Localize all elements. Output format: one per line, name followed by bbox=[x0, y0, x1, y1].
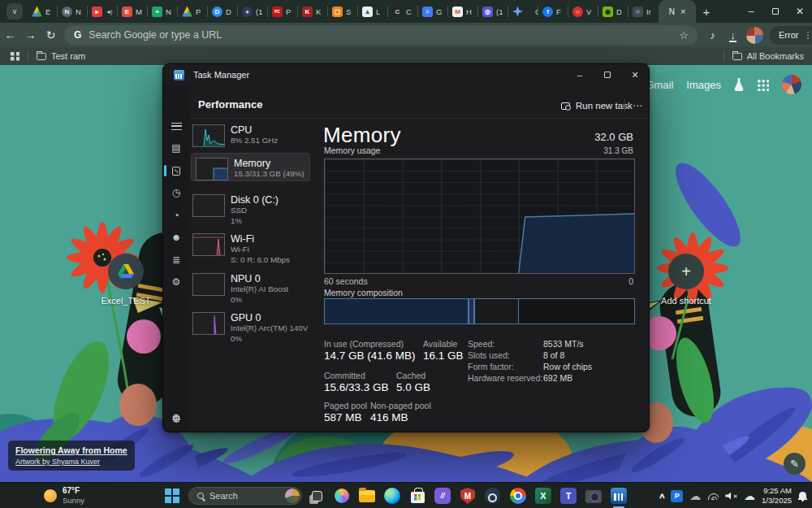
tab[interactable]: PCP bbox=[267, 0, 297, 23]
images-link[interactable]: Images bbox=[686, 79, 721, 91]
tab-audio-icon[interactable]: ◄) bbox=[106, 9, 111, 15]
metric-cpu[interactable]: CPU8% 2.51 GHz bbox=[192, 124, 308, 147]
tray-blue-app-icon[interactable]: P bbox=[671, 490, 683, 502]
chrome-taskbar-icon[interactable] bbox=[508, 486, 528, 506]
run-new-task-button[interactable]: Run new task bbox=[561, 95, 633, 116]
tab[interactable]: P bbox=[177, 0, 207, 23]
metric-npu[interactable]: NPU 0Intel(R) AI Boost0% bbox=[192, 273, 308, 306]
add-shortcut[interactable]: + Add shortcut bbox=[650, 254, 723, 306]
tab[interactable]: +N bbox=[147, 0, 177, 23]
bookmark-star-icon[interactable]: ☆ bbox=[679, 29, 689, 41]
wifi-icon[interactable] bbox=[707, 492, 719, 500]
downloads-button[interactable]: ↓ bbox=[723, 29, 743, 41]
metric-gpu[interactable]: GPU 0Intel(R) Arc(TM) 140V ...0% bbox=[192, 312, 308, 345]
metric-wifi[interactable]: Wi-FiWi-FiS: 0 R: 6.0 Mbps bbox=[192, 233, 308, 266]
active-tab[interactable]: N × bbox=[659, 0, 696, 23]
gmail-link[interactable]: Gmail bbox=[646, 79, 673, 91]
tab[interactable]: E bbox=[27, 0, 57, 23]
apps-grid-icon[interactable] bbox=[11, 52, 19, 61]
tab[interactable]: MH bbox=[447, 0, 477, 23]
task-view-taskbar-icon[interactable] bbox=[307, 486, 326, 506]
onedrive-cloud-icon[interactable]: ☁ bbox=[689, 490, 701, 501]
sidebar-services-icon[interactable]: ⚙ bbox=[163, 273, 189, 291]
tab[interactable]: ≈Ir bbox=[628, 0, 658, 23]
tab[interactable]: NN bbox=[57, 0, 87, 23]
error-button[interactable]: Error ⋮ bbox=[770, 26, 812, 45]
google-account-avatar[interactable] bbox=[782, 75, 801, 94]
browser-maximize-button[interactable] bbox=[763, 0, 788, 23]
new-tab-button[interactable]: + bbox=[696, 5, 717, 19]
tab[interactable]: ○V bbox=[568, 0, 598, 23]
weather-widget[interactable]: 67°F Sunny bbox=[44, 486, 84, 505]
tray-expand-icon[interactable]: ∧ bbox=[658, 492, 665, 500]
all-bookmarks-button[interactable]: All Bookmarks bbox=[747, 51, 804, 61]
browser-close-button[interactable]: ✕ bbox=[788, 0, 812, 23]
edge-taskbar-icon[interactable] bbox=[382, 486, 402, 506]
excel-taskbar-icon[interactable]: X bbox=[533, 486, 553, 506]
tab[interactable]: fF bbox=[538, 0, 568, 23]
reload-button[interactable]: ↻ bbox=[41, 28, 61, 41]
browser-minimize-button[interactable]: – bbox=[739, 0, 763, 23]
tab[interactable]: ▸◄) bbox=[87, 0, 117, 23]
tab[interactable]: DD bbox=[207, 0, 237, 23]
tab[interactable]: EM bbox=[117, 0, 147, 23]
profile-avatar[interactable] bbox=[746, 27, 763, 44]
sidebar-startup-apps-icon[interactable]: ◔ bbox=[163, 206, 189, 224]
volume-muted-icon[interactable]: × bbox=[725, 493, 737, 500]
tab[interactable]: KK bbox=[297, 0, 327, 23]
task-manager-taskbar-icon[interactable] bbox=[609, 486, 628, 506]
artwork-artist-link[interactable]: Artwork by Shyama Kuver bbox=[15, 458, 127, 466]
metric-disk[interactable]: Disk 0 (C:)SSD1% bbox=[192, 194, 308, 227]
shortcut-excel-test[interactable]: Excel_TEST bbox=[89, 254, 162, 306]
mcafee-taskbar-icon[interactable]: M bbox=[458, 486, 477, 506]
google-apps-icon[interactable] bbox=[757, 79, 769, 91]
taskbar-search[interactable]: Search bbox=[188, 487, 302, 505]
tm-settings-gear-icon[interactable]: ⚙ bbox=[170, 412, 183, 425]
forward-button[interactable]: → bbox=[20, 28, 41, 41]
file-explorer-taskbar-icon[interactable] bbox=[357, 486, 377, 506]
tab[interactable]: ◎(1 bbox=[477, 0, 508, 23]
taskbar-clock[interactable]: 9:25 AM 1/3/2025 bbox=[762, 486, 792, 506]
tm-close-button[interactable]: ✕ bbox=[621, 64, 649, 85]
dev-app-taskbar-icon[interactable]: // bbox=[433, 486, 452, 506]
sidebar-users-icon[interactable]: ☻ bbox=[163, 228, 189, 246]
tab-search-button[interactable]: ∨ bbox=[6, 3, 23, 20]
tm-maximize-button[interactable] bbox=[594, 64, 621, 85]
sidebar-processes-icon[interactable]: ▤ bbox=[163, 139, 189, 157]
browser-menu-icon[interactable]: ⋮ bbox=[803, 30, 812, 41]
camera-taskbar-icon[interactable] bbox=[584, 486, 603, 506]
notification-bell-icon[interactable] bbox=[798, 491, 807, 501]
store-taskbar-icon[interactable] bbox=[408, 486, 427, 506]
tab[interactable]: ◉D bbox=[598, 0, 628, 23]
tab-close-icon[interactable]: × bbox=[680, 7, 685, 16]
bookmark-folder-test-ram[interactable]: Test ram bbox=[51, 51, 85, 61]
customize-chrome-button[interactable]: ✎ bbox=[784, 453, 806, 475]
task-manager-titlebar[interactable]: Task Manager – ✕ bbox=[163, 64, 649, 85]
address-bar[interactable]: G Search Google or type a URL ☆ bbox=[64, 25, 698, 45]
teams-taskbar-icon[interactable]: T bbox=[559, 486, 578, 506]
tm-minimize-button[interactable]: – bbox=[566, 64, 594, 85]
artwork-title-link[interactable]: Flowering Away from Home bbox=[15, 445, 127, 455]
labs-flask-icon[interactable] bbox=[734, 78, 744, 91]
metric-memory[interactable]: Memory15.3/31.3 GB (49%) bbox=[191, 153, 310, 181]
tab[interactable]: ●(1 bbox=[237, 0, 267, 23]
tab-title: (1 bbox=[496, 7, 503, 16]
navigation-menu-icon[interactable] bbox=[163, 117, 189, 135]
tab[interactable]: ≡G bbox=[417, 0, 447, 23]
media-controls-button[interactable]: ♪ bbox=[702, 29, 723, 41]
start-button[interactable] bbox=[165, 488, 179, 503]
sidebar-details-icon[interactable]: ≣ bbox=[163, 251, 189, 269]
tab[interactable]: ▲L bbox=[357, 0, 387, 23]
copilot-taskbar-icon[interactable] bbox=[332, 486, 352, 506]
steam-taskbar-icon[interactable] bbox=[483, 486, 503, 506]
shortcut-tile[interactable] bbox=[108, 254, 144, 289]
tab[interactable]: ▢S bbox=[327, 0, 357, 23]
sidebar-performance-icon[interactable]: ∿ bbox=[163, 162, 189, 180]
tm-more-options-button[interactable]: ⋯ bbox=[629, 95, 646, 116]
tab[interactable]: CC bbox=[387, 0, 417, 23]
tab[interactable]: G bbox=[508, 0, 538, 23]
add-shortcut-tile[interactable]: + bbox=[668, 254, 704, 289]
sidebar-app-history-icon[interactable]: ◷ bbox=[163, 184, 189, 202]
weather-cloud-icon[interactable]: ☁ bbox=[744, 490, 755, 501]
back-button[interactable]: ← bbox=[0, 28, 20, 41]
